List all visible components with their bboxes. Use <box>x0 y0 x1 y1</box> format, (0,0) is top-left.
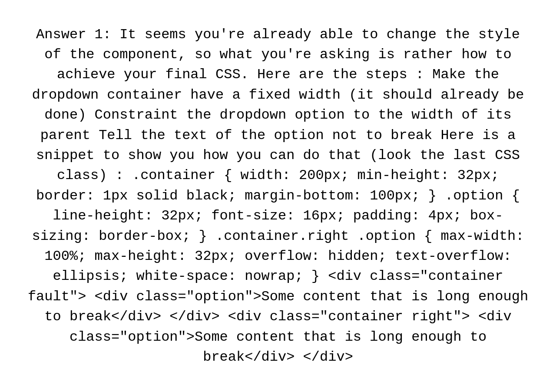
main-content: Answer 1: It seems you're already able t… <box>0 0 556 392</box>
answer-paragraph: Answer 1: It seems you're already able t… <box>26 25 530 368</box>
